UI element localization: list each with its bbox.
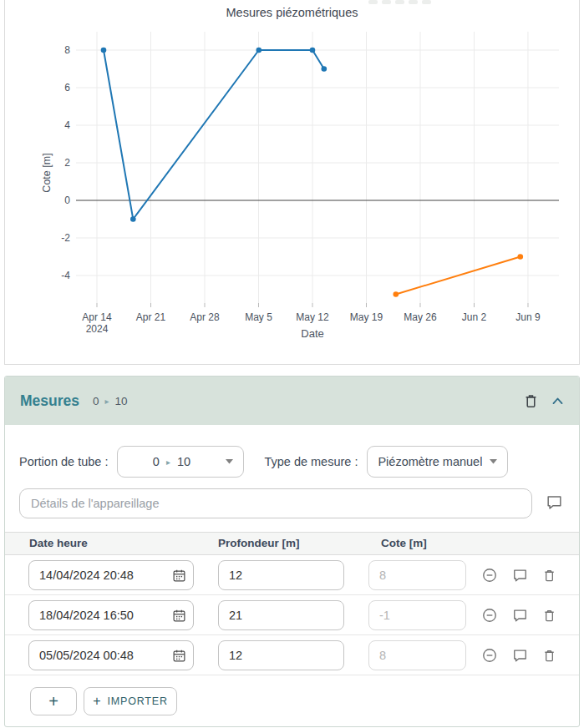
panel-header[interactable]: Mesures 0 ▸ 10: [5, 377, 579, 425]
chart-svg[interactable]: Apr 142024Apr 21Apr 28May 5May 12May 19M…: [5, 0, 579, 344]
type-mesure-label: Type de mesure :: [264, 455, 358, 468]
cote-input: [368, 560, 466, 590]
add-row-button[interactable]: +: [30, 687, 77, 715]
profondeur-input[interactable]: [218, 600, 344, 630]
calendar-icon: [172, 649, 186, 663]
collapse-panel-button[interactable]: [551, 396, 564, 406]
col-cote: Cote [m]: [381, 537, 427, 549]
comment-icon: [546, 494, 563, 510]
minus-circle-icon: [481, 567, 498, 584]
plus-icon: +: [48, 692, 58, 711]
comment-icon: [512, 608, 528, 623]
minus-circle-icon: [481, 647, 498, 664]
chevron-down-icon: [226, 459, 233, 464]
range-to: 10: [115, 395, 128, 407]
arrow-right-icon: ▸: [105, 397, 109, 406]
svg-text:8: 8: [64, 44, 70, 56]
col-profondeur: Profondeur [m]: [218, 537, 300, 549]
table-header: Date heure Profondeur [m] Cote [m]: [5, 532, 579, 555]
comment-icon: [512, 648, 528, 663]
portion-to: 10: [177, 455, 190, 468]
portion-select[interactable]: 0 ▸ 10: [117, 446, 244, 478]
trash-icon: [542, 568, 556, 584]
calendar-button[interactable]: [172, 649, 186, 663]
portion-label: Portion de tube :: [19, 455, 108, 468]
table-row: [5, 555, 579, 595]
trash-icon: [542, 608, 556, 624]
svg-text:4: 4: [64, 119, 70, 131]
plus-icon: +: [93, 694, 100, 709]
svg-text:Apr 28: Apr 28: [190, 311, 220, 323]
svg-text:May 5: May 5: [245, 311, 272, 323]
details-appareillage-input[interactable]: [19, 488, 532, 518]
svg-text:6: 6: [64, 82, 70, 94]
type-mesure-value: Piézomètre manuel: [378, 455, 482, 468]
calendar-button[interactable]: [172, 569, 186, 583]
details-comment-button[interactable]: [546, 494, 563, 510]
svg-text:Apr 14: Apr 14: [82, 311, 112, 323]
svg-text:-4: -4: [61, 270, 70, 281]
datetime-input[interactable]: [29, 609, 156, 622]
svg-text:Jun 2: Jun 2: [462, 311, 487, 323]
calendar-button[interactable]: [172, 609, 186, 623]
row-comment-button[interactable]: [512, 608, 528, 623]
cote-input: [368, 600, 466, 630]
chart-card: Mesures piézométriques Apr 142024Apr 21A…: [4, 0, 580, 365]
trash-icon: [542, 648, 556, 664]
row-comment-button[interactable]: [512, 568, 528, 583]
datetime-input[interactable]: [29, 649, 156, 662]
row-comment-button[interactable]: [512, 648, 528, 663]
datetime-field: [28, 560, 194, 590]
y-axis-title: Cote [m]: [41, 153, 53, 192]
chevron-down-icon: [490, 459, 497, 464]
svg-text:May 12: May 12: [296, 311, 329, 323]
remove-row-button[interactable]: [481, 607, 498, 624]
panel-range: 0 ▸ 10: [93, 395, 128, 407]
profondeur-input[interactable]: [218, 560, 344, 590]
profondeur-input[interactable]: [218, 640, 344, 670]
trash-icon: [523, 392, 539, 410]
svg-text:2024: 2024: [86, 323, 109, 335]
minus-circle-icon: [481, 607, 498, 624]
svg-text:2: 2: [64, 157, 70, 169]
import-label: IMPORTER: [108, 695, 168, 707]
chevron-up-icon: [551, 396, 564, 406]
calendar-icon: [172, 569, 186, 583]
import-button[interactable]: + IMPORTER: [84, 687, 177, 715]
col-date-heure: Date heure: [29, 537, 88, 549]
datetime-field: [28, 600, 194, 630]
cote-input: [368, 640, 466, 670]
svg-text:-2: -2: [61, 232, 70, 244]
range-from: 0: [93, 395, 99, 407]
svg-text:Apr 21: Apr 21: [136, 311, 166, 323]
calendar-icon: [172, 609, 186, 623]
x-axis-title: Date: [289, 327, 336, 340]
delete-panel-button[interactable]: [523, 392, 539, 410]
delete-row-button[interactable]: [542, 608, 556, 624]
datetime-input[interactable]: [29, 569, 156, 582]
datetime-field: [28, 640, 194, 670]
mesures-panel: Mesures 0 ▸ 10 Portion de tube :: [4, 376, 580, 727]
table-row: [5, 595, 579, 635]
portion-from: 0: [153, 455, 160, 468]
delete-row-button[interactable]: [542, 648, 556, 664]
remove-row-button[interactable]: [481, 567, 498, 584]
svg-text:0: 0: [64, 195, 70, 206]
arrow-right-icon: ▸: [166, 458, 170, 467]
svg-text:May 26: May 26: [404, 311, 437, 323]
panel-title: Mesures: [20, 392, 79, 410]
table-row: [5, 635, 579, 675]
delete-row-button[interactable]: [542, 568, 556, 584]
comment-icon: [512, 568, 528, 583]
remove-row-button[interactable]: [481, 647, 498, 664]
svg-text:Jun 9: Jun 9: [515, 311, 541, 323]
type-mesure-select[interactable]: Piézomètre manuel: [367, 446, 508, 478]
svg-text:May 19: May 19: [350, 311, 383, 323]
